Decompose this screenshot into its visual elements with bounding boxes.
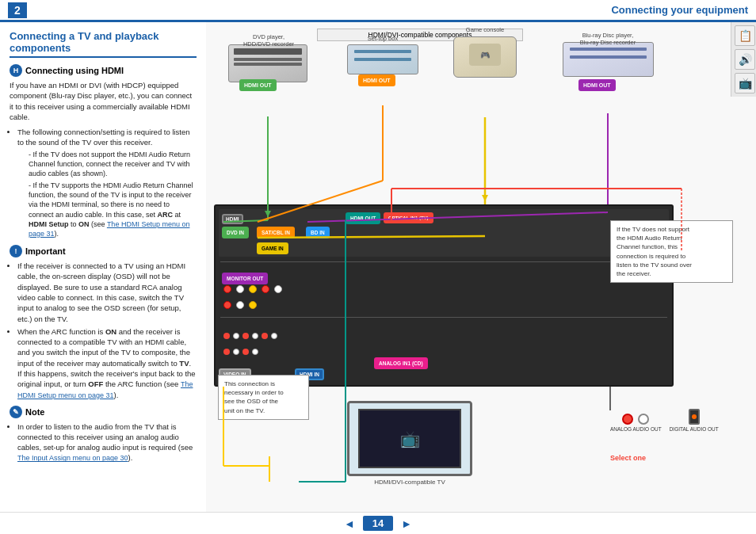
important-bullets: If the receiver is connected to a TV usi…	[10, 261, 197, 400]
sidebar-icon-2[interactable]: 🔊	[735, 49, 755, 70]
game-label: Game console	[445, 26, 525, 33]
important-bullet-1: If the receiver is connected to a TV usi…	[17, 261, 197, 324]
right-outputs: ANALOG AUDIO OUT DIGITAL AUDIO OUT	[610, 409, 719, 432]
receiver-optical-in1: OPTICAL IN1 (TV)	[384, 212, 433, 223]
receiver-analog-in1: ANALOG IN1 (CD)	[374, 357, 428, 369]
bluray-label: Blu-ray Disc player,Blu-ray Disc recorde…	[556, 32, 659, 46]
bullet-1: The following connection/setting is requ…	[17, 127, 197, 238]
receiver-hdmi-out: HDMI OUT	[346, 212, 380, 224]
right-panel: HDMI/DVI-compatible components DVD playe…	[206, 22, 756, 534]
important-title: ! Important	[10, 245, 197, 257]
callout-arc: If the TV does not support the HDMI Audi…	[610, 220, 733, 283]
page-footer: ◄ 14 ►	[0, 512, 756, 534]
game-box: 🎮	[453, 36, 517, 78]
page-number: 2	[8, 2, 27, 18]
analog-audio-out-label: ANALOG AUDIO OUT	[610, 426, 662, 432]
sidebar-icon-3[interactable]: 📺	[735, 73, 755, 93]
svg-marker-18	[482, 195, 488, 201]
stb-hdmi-out: HDMI OUT	[358, 74, 395, 86]
tv-label: HDMI/DVI-compatible TV	[347, 479, 472, 486]
left-panel: Connecting a TV and playback components …	[0, 22, 206, 534]
receiver-game-in: GAME IN	[257, 242, 288, 254]
note-title: ✎ Note	[10, 406, 197, 418]
receiver-hdmi-label: HDMI	[222, 214, 243, 224]
bluray-hdmi-out: HDMI OUT	[578, 79, 616, 91]
stb-box	[347, 44, 418, 74]
receiver: HDMI DVD IN SAT/CBL IN GAME IN BD IN HDM…	[214, 204, 674, 387]
sidebar-icon-1[interactable]: 📋	[735, 25, 755, 46]
subsection-hdmi-title: H Connecting using HDMI	[10, 64, 197, 77]
select-one-label: Select one	[610, 454, 646, 462]
note-bullets: In order to listen to the audio from the…	[10, 421, 197, 463]
receiver-monitor-out: MONITOR OUT	[222, 273, 268, 284]
bluray-box	[563, 42, 654, 77]
dvd-box	[228, 44, 307, 82]
section-title: Connecting a TV and playback components	[10, 30, 197, 58]
page-number-footer: 14	[363, 516, 393, 531]
page-header: 2 Connecting your equipment	[0, 0, 756, 22]
diagram: HDMI/DVI-compatible components DVD playe…	[206, 22, 756, 534]
receiver-dvd-in: DVD IN	[222, 227, 249, 238]
dvd-hdmi-out: HDMI OUT	[239, 79, 277, 91]
hdmi-icon: H	[10, 64, 22, 77]
callout-osd: This connection is necessary in order to…	[218, 375, 309, 420]
digital-audio-out-label: DIGITAL AUDIO OUT	[670, 426, 719, 432]
tv-box: 📺	[347, 401, 472, 476]
note-section: ✎ Note In order to listen to the audio f…	[10, 406, 197, 463]
body-text: If you have an HDMI or DVI (with HDCP) e…	[10, 80, 197, 122]
sub-bullet-1a: If the TV does not support the HDMI Audi…	[29, 150, 197, 178]
dvd-label: DVD player,HDD/DVD recorder	[222, 33, 315, 48]
important-icon: !	[10, 245, 22, 257]
stb-label: Set-top box	[347, 35, 418, 42]
note-icon-sym: ✎	[10, 406, 22, 418]
bullet-list: The following connection/setting is requ…	[10, 127, 197, 238]
sub-bullet-1b: If the TV supports the HDMI Audio Return…	[29, 181, 197, 238]
next-page-button[interactable]: ►	[401, 517, 412, 530]
receiver-sat-cbl-in: SAT/CBL IN	[257, 227, 295, 238]
important-bullet-2: When the ARC function is ON and the rece…	[17, 326, 197, 401]
important-section: ! Important If the receiver is connected…	[10, 245, 197, 400]
main-content: Connecting a TV and playback components …	[0, 22, 756, 534]
right-sidebar: 📋 🔊 📺	[731, 22, 756, 97]
note-bullet-1: In order to listen to the audio from the…	[17, 421, 197, 463]
receiver-bd-in: BD IN	[306, 227, 330, 238]
page-title: Connecting your equipment	[611, 4, 748, 16]
prev-page-button[interactable]: ◄	[344, 517, 355, 530]
